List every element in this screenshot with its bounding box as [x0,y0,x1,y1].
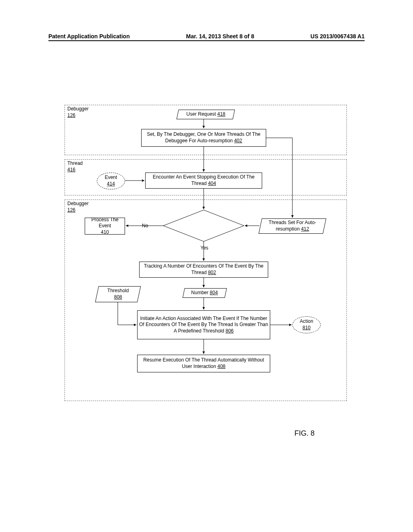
debugger-2-label: Debugger 126 [67,201,89,213]
user-request-node: User Request 418 [176,110,235,119]
edge-yes: Yes [200,245,209,251]
edge-no: No [141,223,149,229]
debugger-1-label: Debugger 126 [67,106,89,118]
resume-node: Resume Execution Of The Thread Automatic… [137,355,270,372]
header-center: Mar. 14, 2013 Sheet 8 of 8 [186,33,254,39]
header-left: Patent Application Publication [48,33,130,39]
decision-label: Thread Set For Auto-resumption? 406 [175,218,232,237]
threads-set-node: Threads Set For Auto-resumption 412 [259,218,326,234]
figure-caption: FIG. 8 [294,429,315,438]
event-node: Event 414 [97,172,125,189]
set-threads-node: Set, By The Debugger, One Or More Thread… [141,129,266,147]
header-divider [48,40,365,41]
encounter-node: Encounter An Event Stopping Execution Of… [145,172,262,189]
tracking-node: Tracking A Number Of Encounters Of The E… [139,262,268,278]
thread-label: Thread 416 [67,160,83,173]
number-node: Number 804 [182,288,227,298]
header-right: US 2013/0067438 A1 [311,33,365,39]
process-event-node: Process The Event Process The Event410 [85,218,125,235]
threshold-node: Threshold808 [95,286,141,302]
action-node: Action 810 [292,316,321,333]
initiate-node: Initiate An Action Associated With The E… [137,310,270,339]
